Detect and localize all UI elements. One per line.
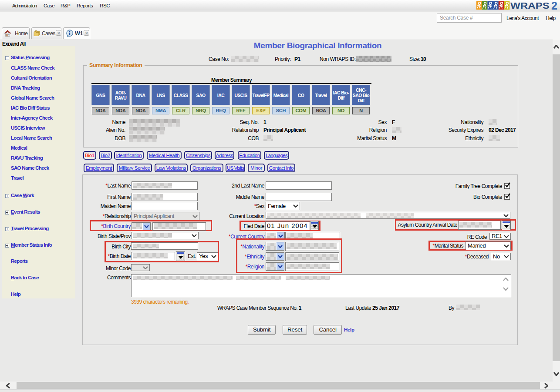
svg-text:WRAPS: WRAPS [510, 1, 550, 10]
svg-text:2: 2 [551, 1, 557, 10]
